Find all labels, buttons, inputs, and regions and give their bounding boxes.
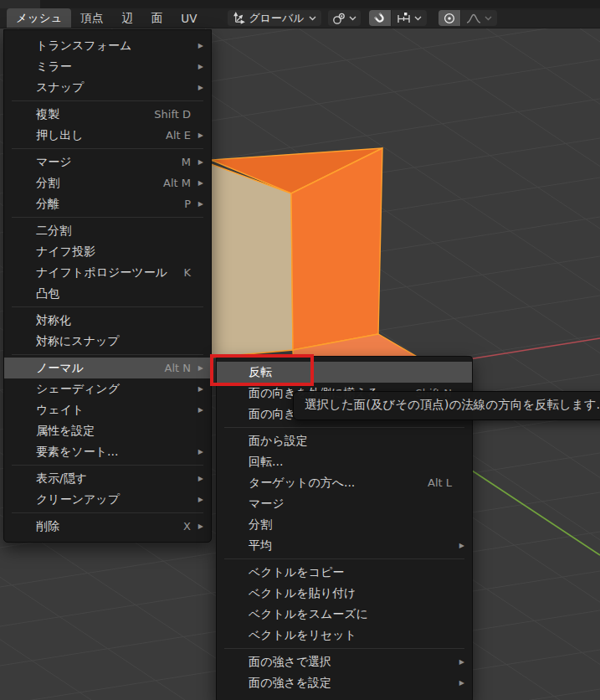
menu-item-clean-up[interactable]: クリーンアップ▶ — [4, 489, 211, 510]
submenu-arrow-icon: ▶ — [196, 475, 203, 482]
submenu-item-merge[interactable]: マージ — [217, 493, 472, 514]
transform-orientation-icon — [233, 12, 245, 24]
menu-item-transform[interactable]: トランスフォーム▶ — [4, 35, 211, 56]
submenu-item-copy-vector[interactable]: ベクトルをコピー — [217, 562, 472, 583]
menu-edge[interactable]: 辺 — [112, 8, 142, 28]
chevron-down-icon — [414, 16, 422, 21]
submenu-item-point-to-target[interactable]: ターゲットの方へ...Alt L — [217, 472, 472, 493]
snap-settings-dropdown[interactable] — [392, 10, 427, 26]
chevron-down-icon — [349, 16, 356, 21]
menu-item-duplicate[interactable]: 複製Shift D — [4, 104, 211, 125]
submenu-arrow-icon: ▶ — [196, 200, 203, 208]
menu-item-separate[interactable]: 分離P▶ — [4, 193, 211, 214]
menu-separator — [12, 217, 203, 218]
menu-item-symmetrize[interactable]: 対称化 — [4, 310, 211, 331]
menu-item-show-hide[interactable]: 表示/隠す▶ — [4, 468, 211, 489]
mesh-menu-panel: トランスフォーム▶ ミラー▶ スナップ▶ 複製Shift D 押し出しAlt E… — [3, 29, 212, 543]
submenu-item-rotate[interactable]: 回転... — [217, 451, 472, 472]
submenu-arrow-icon: ▶ — [196, 496, 203, 503]
menu-uv[interactable]: UV — [172, 8, 206, 28]
submenu-arrow-icon: ▶ — [457, 658, 464, 666]
menu-item-mirror[interactable]: ミラー▶ — [4, 56, 211, 77]
cube-face-side[interactable] — [211, 164, 293, 358]
menu-item-snap-to-symmetry[interactable]: 対称にスナップ — [4, 331, 211, 352]
submenu-arrow-icon: ▶ — [196, 63, 203, 70]
menu-face[interactable]: 面 — [142, 8, 172, 28]
submenu-item-select-by-face-strength[interactable]: 面の強さで選択▶ — [217, 651, 472, 672]
menu-separator — [12, 148, 203, 149]
transform-orientation-dropdown[interactable]: グローバル — [228, 10, 321, 26]
submenu-arrow-icon: ▶ — [196, 522, 203, 530]
menu-item-split[interactable]: 分割Alt M▶ — [4, 172, 211, 193]
magnet-icon — [373, 12, 387, 25]
snap-toggle-button[interactable] — [369, 10, 391, 26]
menu-separator — [224, 427, 464, 428]
chevron-down-icon — [485, 16, 492, 21]
menu-separator — [224, 558, 464, 559]
submenu-arrow-icon: ▶ — [196, 84, 203, 91]
submenu-item-reset-vectors[interactable]: ベクトルをリセット — [217, 625, 472, 646]
menu-item-extrude[interactable]: 押し出しAlt E▶ — [4, 125, 211, 146]
submenu-arrow-icon: ▶ — [196, 448, 203, 456]
proportional-falloff-dropdown[interactable] — [461, 10, 497, 26]
menu-item-merge[interactable]: マージM▶ — [4, 152, 211, 172]
proportional-circle-icon — [443, 12, 456, 25]
menu-item-knife-topology-tool[interactable]: ナイフトポロジーツールK — [4, 262, 211, 283]
menu-separator — [12, 306, 203, 307]
chevron-down-icon — [309, 16, 316, 21]
submenu-item-smooth-vectors[interactable]: ベクトルをスムーズに — [217, 604, 472, 625]
snap-increment-icon — [397, 12, 411, 25]
proportional-editing-toggle[interactable] — [438, 10, 460, 26]
submenu-item-set-face-strength[interactable]: 面の強さを設定▶ — [217, 672, 472, 693]
menu-item-delete[interactable]: 削除X▶ — [4, 516, 211, 537]
pivot-point-dropdown[interactable] — [328, 10, 361, 26]
submenu-item-split[interactable]: 分割 — [217, 514, 472, 535]
submenu-arrow-icon: ▶ — [196, 42, 203, 49]
submenu-arrow-icon: ▶ — [196, 179, 203, 187]
tooltip: 選択した面(及びその頂点)の法線の方向を反転します. — [293, 391, 600, 420]
menu-item-snap[interactable]: スナップ▶ — [4, 77, 211, 98]
menu-separator — [12, 512, 203, 513]
proportional-edit-group — [438, 10, 497, 26]
menu-mesh[interactable]: メッシュ — [7, 8, 71, 28]
menu-separator — [12, 465, 203, 466]
orientation-label: グローバル — [249, 11, 304, 26]
submenu-arrow-icon: ▶ — [196, 131, 203, 139]
menu-item-bisect[interactable]: 二分割 — [4, 220, 211, 241]
submenu-item-average[interactable]: 平均▶ — [217, 535, 472, 556]
menu-item-sort-elements[interactable]: 要素をソート...▶ — [4, 441, 211, 462]
annotation-box — [210, 354, 314, 386]
menu-item-set-attribute[interactable]: 属性を設定 — [4, 420, 211, 441]
submenu-item-paste-vector[interactable]: ベクトルを貼り付け — [217, 583, 472, 604]
submenu-arrow-icon: ▶ — [196, 158, 203, 166]
blender-window: メッシュ 頂点 辺 面 UV グローバル — [0, 0, 600, 700]
pivot-point-icon — [332, 12, 346, 25]
menu-separator — [224, 648, 464, 649]
submenu-arrow-icon: ▶ — [196, 406, 203, 414]
menu-item-shading[interactable]: シェーディング▶ — [4, 378, 211, 399]
menu-separator — [12, 100, 203, 101]
menu-item-normals[interactable]: ノーマルAlt N▶ — [4, 358, 211, 378]
header-menus: メッシュ 頂点 辺 面 UV — [7, 8, 206, 28]
menu-separator — [12, 354, 203, 355]
viewport-header: メッシュ 頂点 辺 面 UV グローバル — [0, 8, 600, 28]
menu-item-convex-hull[interactable]: 凸包 — [4, 283, 211, 304]
falloff-curve-icon — [466, 12, 481, 25]
menu-vertex[interactable]: 頂点 — [71, 8, 112, 28]
submenu-arrow-icon: ▶ — [457, 542, 464, 549]
submenu-arrow-icon: ▶ — [196, 364, 203, 372]
menu-item-knife-project[interactable]: ナイフ投影 — [4, 241, 211, 262]
workspace-tab-edge — [0, 0, 40, 8]
submenu-arrow-icon: ▶ — [457, 679, 464, 687]
topbar-strip — [0, 0, 600, 8]
menu-item-weights[interactable]: ウェイト▶ — [4, 399, 211, 420]
snap-group — [369, 10, 427, 26]
submenu-item-set-from-faces[interactable]: 面から設定 — [217, 430, 472, 451]
submenu-arrow-icon: ▶ — [196, 385, 203, 393]
